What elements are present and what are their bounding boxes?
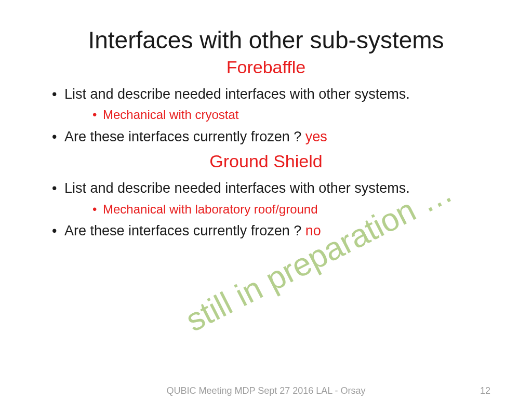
sub-bullet-list: Mechanical with laboratory roof/ground (64, 201, 490, 217)
bullet-text: Are these interfaces currently frozen ? (64, 129, 305, 144)
slide-title: Interfaces with other sub-systems (42, 26, 490, 54)
slide: still in preparation … Interfaces with o… (0, 0, 532, 399)
bullet-item: Are these interfaces currently frozen ? … (54, 221, 490, 240)
bullet-text: Are these interfaces currently frozen ? (64, 223, 305, 238)
answer-text: no (305, 223, 321, 238)
bullet-item: List and describe needed interfaces with… (54, 179, 490, 217)
answer-text: yes (305, 129, 327, 144)
bullet-list: List and describe needed interfaces with… (42, 179, 490, 240)
section-heading-ground-shield: Ground Shield (42, 151, 490, 171)
sub-bullet-list: Mechanical with cryostat (64, 107, 490, 123)
bullet-item: List and describe needed interfaces with… (54, 85, 490, 123)
bullet-list: List and describe needed interfaces with… (42, 85, 490, 146)
bullet-text: List and describe needed interfaces with… (64, 86, 410, 102)
slide-content: Interfaces with other sub-systems Foreba… (42, 26, 490, 240)
section-heading-forebaffle: Forebaffle (42, 57, 490, 77)
footer-text: QUBIC Meeting MDP Sept 27 2016 LAL - Ors… (166, 385, 365, 396)
sub-bullet-item: Mechanical with laboratory roof/ground (94, 201, 490, 217)
bullet-text: List and describe needed interfaces with… (64, 180, 410, 196)
sub-bullet-item: Mechanical with cryostat (94, 107, 490, 123)
bullet-item: Are these interfaces currently frozen ? … (54, 127, 490, 146)
page-number: 12 (480, 385, 490, 396)
